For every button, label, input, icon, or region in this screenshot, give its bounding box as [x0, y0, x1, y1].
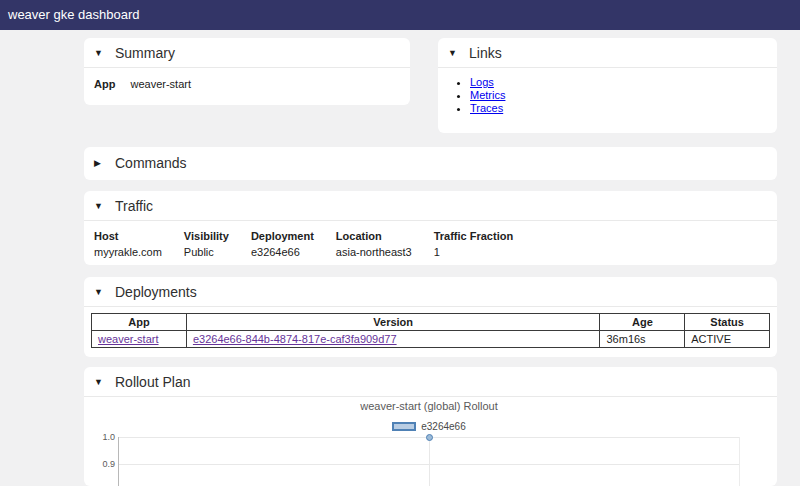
- commands-section-toggle[interactable]: ▶ Commands: [84, 147, 777, 177]
- legend-label: e3264e66: [421, 421, 466, 432]
- legend-swatch-icon: [392, 422, 416, 431]
- logs-link[interactable]: Logs: [470, 76, 494, 88]
- traffic-col-fraction: Traffic Fraction: [434, 228, 535, 245]
- traffic-table: Host Visibility Deployment Location Traf…: [94, 228, 535, 260]
- deployment-app-cell: weaver-start: [92, 331, 187, 348]
- y-tick-label: 0.9: [91, 459, 115, 469]
- disclosure-collapsed-icon: ▶: [94, 158, 105, 168]
- traffic-col-host: Host: [94, 228, 184, 245]
- rollout-section-title: Rollout Plan: [115, 374, 191, 390]
- deployments-section-toggle[interactable]: ▼ Deployments: [84, 277, 777, 307]
- deployments-section-title: Deployments: [115, 284, 197, 300]
- traffic-visibility-cell: Public: [184, 245, 251, 260]
- list-item: Logs: [470, 76, 767, 89]
- chart-title: weaver-start (global) Rollout: [118, 400, 740, 412]
- app-title-bar: weaver gke dashboard: [0, 0, 800, 30]
- commands-card: ▶ Commands: [84, 147, 777, 180]
- deployments-col-status: Status: [685, 314, 770, 331]
- traffic-col-location: Location: [336, 228, 434, 245]
- deployments-card: ▼ Deployments App Version Age Status wea…: [84, 277, 777, 357]
- summary-field-value: weaver-start: [130, 78, 191, 90]
- traffic-table-wrap: Host Visibility Deployment Location Traf…: [84, 221, 777, 265]
- traffic-card: ▼ Traffic Host Visibility Deployment Loc…: [84, 191, 777, 265]
- disclosure-expanded-icon: ▼: [94, 201, 105, 211]
- traffic-section-toggle[interactable]: ▼ Traffic: [84, 191, 777, 221]
- deployments-col-version: Version: [186, 314, 600, 331]
- traffic-col-deployment: Deployment: [251, 228, 336, 245]
- disclosure-expanded-icon: ▼: [94, 377, 105, 387]
- disclosure-expanded-icon: ▼: [94, 287, 105, 297]
- links-section-title: Links: [469, 45, 502, 61]
- traffic-deployment-cell: e3264e66: [251, 245, 336, 260]
- list-item: Traces: [470, 102, 767, 115]
- links-section-toggle[interactable]: ▼ Links: [438, 38, 777, 68]
- deployment-version-cell: e3264e66-844b-4874-817e-caf3fa909d77: [186, 331, 600, 348]
- summary-card: ▼ Summary App weaver-start: [84, 38, 410, 105]
- deployments-col-app: App: [92, 314, 187, 331]
- links-body: Logs Metrics Traces: [438, 68, 777, 121]
- summary-field-label: App: [94, 78, 115, 90]
- table-row: myyrakle.com Public e3264e66 asia-northe…: [94, 245, 535, 260]
- rollout-plot: 1.00.9: [118, 437, 740, 486]
- chart-legend: e3264e66: [118, 421, 740, 432]
- deployment-status-cell: ACTIVE: [685, 331, 770, 348]
- table-row: weaver-start e3264e66-844b-4874-817e-caf…: [92, 331, 770, 348]
- deployments-col-age: Age: [600, 314, 685, 331]
- app-title: weaver gke dashboard: [8, 7, 140, 22]
- deployment-version-link[interactable]: e3264e66-844b-4874-817e-caf3fa909d77: [193, 333, 397, 345]
- commands-section-title: Commands: [115, 155, 187, 171]
- disclosure-expanded-icon: ▼: [94, 48, 105, 58]
- table-header-row: Host Visibility Deployment Location Traf…: [94, 228, 535, 245]
- disclosure-expanded-icon: ▼: [448, 48, 459, 58]
- deployments-table-wrap: App Version Age Status weaver-start e326…: [84, 307, 777, 354]
- traffic-location-cell: asia-northeast3: [336, 245, 434, 260]
- rollout-section-toggle[interactable]: ▼ Rollout Plan: [84, 367, 777, 397]
- summary-section-toggle[interactable]: ▼ Summary: [84, 38, 410, 68]
- summary-body: App weaver-start: [84, 68, 410, 100]
- links-card: ▼ Links Logs Metrics Traces: [438, 38, 777, 133]
- y-tick-label: 1.0: [91, 432, 115, 442]
- metrics-link[interactable]: Metrics: [470, 89, 505, 101]
- table-header-row: App Version Age Status: [92, 314, 770, 331]
- data-point: [426, 434, 433, 441]
- rollout-plan-card: ▼ Rollout Plan weaver-start (global) Rol…: [84, 367, 777, 486]
- traces-link[interactable]: Traces: [470, 102, 503, 114]
- traffic-fraction-cell: 1: [434, 245, 535, 260]
- traffic-col-visibility: Visibility: [184, 228, 251, 245]
- list-item: Metrics: [470, 89, 767, 102]
- traffic-host-cell: myyrakle.com: [94, 245, 184, 260]
- deployments-table: App Version Age Status weaver-start e326…: [91, 313, 770, 348]
- deployment-age-cell: 36m16s: [600, 331, 685, 348]
- summary-section-title: Summary: [115, 45, 175, 61]
- traffic-section-title: Traffic: [115, 198, 153, 214]
- deployment-app-link[interactable]: weaver-start: [98, 333, 159, 345]
- x-gridline: [429, 437, 430, 486]
